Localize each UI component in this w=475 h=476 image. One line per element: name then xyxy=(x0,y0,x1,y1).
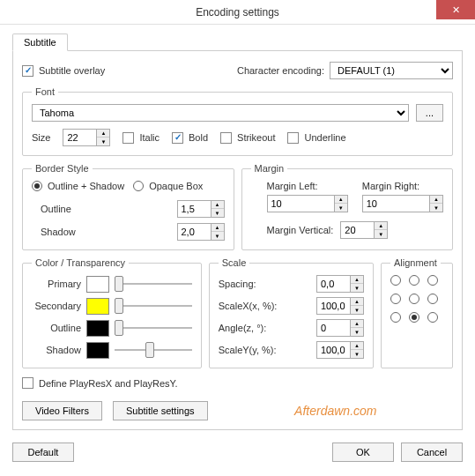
close-button[interactable]: ✕ xyxy=(436,0,475,19)
color-legend: Color / Transparency xyxy=(32,257,129,268)
watermark: Afterdawn.com xyxy=(219,404,453,418)
align-2-radio[interactable] xyxy=(409,275,419,286)
align-8-radio[interactable] xyxy=(409,312,419,323)
align-3-radio[interactable] xyxy=(427,275,438,286)
chevron-down-icon[interactable]: ▼ xyxy=(212,209,224,217)
opaque-box-radio[interactable] xyxy=(133,181,144,191)
margin-vert-spinner[interactable]: ▲▼ xyxy=(340,221,388,239)
video-filters-button[interactable]: Video Filters xyxy=(22,401,102,420)
chevron-up-icon[interactable]: ▲ xyxy=(375,222,387,230)
tab-strip: Subtitle xyxy=(12,33,463,51)
chevron-down-icon[interactable]: ▼ xyxy=(375,230,387,238)
cancel-button[interactable]: Cancel xyxy=(401,443,463,462)
subtitle-settings-button[interactable]: Subtitle settings xyxy=(113,401,208,420)
outline-slider[interactable] xyxy=(115,319,192,337)
chevron-down-icon[interactable]: ▼ xyxy=(351,350,363,358)
margin-right-input[interactable] xyxy=(362,195,429,212)
subtitle-overlay-label: Subtitle overlay xyxy=(39,65,105,76)
outline-input[interactable] xyxy=(177,200,211,218)
primary-slider[interactable] xyxy=(115,275,192,293)
font-fieldset: Font Tahoma ... Size ▲▼ Italic Bold Stri… xyxy=(22,86,453,156)
align-4-radio[interactable] xyxy=(390,294,401,304)
chevron-down-icon[interactable]: ▼ xyxy=(351,306,363,314)
outline-color-label: Outline xyxy=(32,323,81,333)
font-size-spinner[interactable]: ▲▼ xyxy=(63,129,110,146)
outline-shadow-radio[interactable] xyxy=(32,181,42,191)
chevron-up-icon[interactable]: ▲ xyxy=(351,298,363,306)
scaley-label: ScaleY(y, %): xyxy=(219,345,277,355)
margin-right-spinner[interactable]: ▲▼ xyxy=(362,195,443,212)
font-family-select[interactable]: Tahoma xyxy=(32,104,409,122)
align-6-radio[interactable] xyxy=(427,294,438,304)
chevron-down-icon[interactable]: ▼ xyxy=(351,284,363,292)
secondary-swatch[interactable] xyxy=(86,298,109,315)
scaley-spinner[interactable]: ▲▼ xyxy=(316,341,364,359)
underline-checkbox[interactable] xyxy=(287,132,299,144)
italic-checkbox[interactable] xyxy=(122,132,134,144)
border-style-legend: Border Style xyxy=(32,163,93,174)
chevron-up-icon[interactable]: ▲ xyxy=(351,320,363,328)
titlebar: Encoding settings ✕ xyxy=(0,0,475,25)
alignment-fieldset: Alignment xyxy=(381,257,453,368)
strikeout-label: Strikeout xyxy=(237,132,275,143)
scalex-label: ScaleX(x, %): xyxy=(219,301,278,311)
font-legend: Font xyxy=(32,86,58,97)
chevron-up-icon[interactable]: ▲ xyxy=(351,276,363,284)
align-9-radio[interactable] xyxy=(427,312,438,323)
shadow-slider[interactable] xyxy=(115,341,192,359)
font-size-input[interactable] xyxy=(63,129,96,146)
margin-left-spinner[interactable]: ▲▼ xyxy=(267,195,348,212)
bold-label: Bold xyxy=(189,132,208,143)
chevron-down-icon[interactable]: ▼ xyxy=(351,328,363,336)
underline-label: Underline xyxy=(304,132,345,143)
chevron-up-icon[interactable]: ▲ xyxy=(430,196,442,204)
outline-spinner[interactable]: ▲▼ xyxy=(177,200,225,218)
shadow-input[interactable] xyxy=(177,223,211,241)
scalex-input[interactable] xyxy=(316,297,350,315)
shadow-label: Shadow xyxy=(41,227,76,237)
bold-checkbox[interactable] xyxy=(172,132,183,144)
char-encoding-select[interactable]: DEFAULT (1) xyxy=(330,62,453,79)
playres-label: Define PlayResX and PlayResY. xyxy=(39,378,178,389)
shadow-spinner[interactable]: ▲▼ xyxy=(177,223,225,241)
shadow-swatch[interactable] xyxy=(86,342,109,359)
spacing-spinner[interactable]: ▲▼ xyxy=(316,275,364,293)
spacing-input[interactable] xyxy=(316,275,350,293)
angle-input[interactable] xyxy=(316,319,350,337)
margin-vert-input[interactable] xyxy=(340,221,374,239)
strikeout-checkbox[interactable] xyxy=(220,132,232,144)
align-5-radio[interactable] xyxy=(409,294,419,304)
secondary-slider[interactable] xyxy=(115,297,192,315)
scale-legend: Scale xyxy=(219,257,250,268)
font-browse-button[interactable]: ... xyxy=(416,104,443,122)
angle-label: Angle(z, °): xyxy=(219,323,267,333)
chevron-down-icon[interactable]: ▼ xyxy=(97,138,109,145)
angle-spinner[interactable]: ▲▼ xyxy=(316,319,364,337)
chevron-up-icon[interactable]: ▲ xyxy=(212,201,224,209)
default-button[interactable]: Default xyxy=(12,443,74,462)
opaque-box-label: Opaque Box xyxy=(149,181,203,191)
size-label: Size xyxy=(32,132,50,143)
scaley-input[interactable] xyxy=(316,341,350,359)
italic-label: Italic xyxy=(139,132,160,143)
margin-left-input[interactable] xyxy=(267,195,334,212)
scalex-spinner[interactable]: ▲▼ xyxy=(316,297,364,315)
shadow-color-label: Shadow xyxy=(32,345,81,355)
primary-swatch[interactable] xyxy=(86,276,109,293)
chevron-down-icon[interactable]: ▼ xyxy=(430,204,442,212)
outline-swatch[interactable] xyxy=(86,320,109,337)
scale-fieldset: Scale Spacing:▲▼ ScaleX(x, %):▲▼ Angle(z… xyxy=(209,257,374,368)
chevron-up-icon[interactable]: ▲ xyxy=(97,130,109,138)
chevron-up-icon[interactable]: ▲ xyxy=(212,224,224,232)
chevron-down-icon[interactable]: ▼ xyxy=(212,232,224,240)
align-1-radio[interactable] xyxy=(390,275,401,286)
ok-button[interactable]: OK xyxy=(332,443,394,462)
chevron-up-icon[interactable]: ▲ xyxy=(351,342,363,350)
tab-subtitle[interactable]: Subtitle xyxy=(12,33,68,51)
subtitle-overlay-checkbox[interactable] xyxy=(22,65,33,77)
playres-checkbox[interactable] xyxy=(22,377,33,389)
primary-label: Primary xyxy=(32,279,81,289)
align-7-radio[interactable] xyxy=(390,312,401,323)
chevron-down-icon[interactable]: ▼ xyxy=(335,204,347,212)
chevron-up-icon[interactable]: ▲ xyxy=(335,196,347,204)
